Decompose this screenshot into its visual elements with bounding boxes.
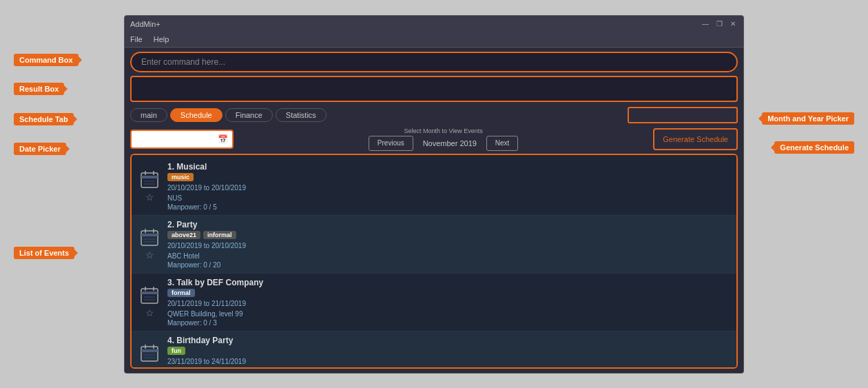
app-title: AddMin+ [130, 20, 161, 28]
annotation-list-of-events: List of Events [14, 247, 74, 259]
generate-schedule-button[interactable]: Generate Schedule [654, 130, 736, 149]
calendar-icon[interactable]: 📅 [218, 134, 228, 144]
tab-main[interactable]: main [130, 108, 167, 122]
event-tags: formal [167, 289, 730, 297]
tab-statistics[interactable]: Statistics [276, 108, 327, 122]
event-manpower: Manpower: 0 / 3 [167, 319, 730, 327]
tab-finance[interactable]: Finance [225, 108, 273, 122]
event-meta: 20/10/2019 to 20/10/2019 NUS [167, 183, 730, 203]
nav-inner: Previous November 2019 Next [369, 136, 518, 151]
event-manpower: Manpower: 0 / 20 [167, 261, 730, 269]
events-list: ☆ 1. Musicalmusic20/10/2019 to 20/10/201… [130, 154, 738, 369]
event-icon-col: ☆ [138, 343, 161, 369]
event-icon-col: ☆ [138, 227, 161, 261]
event-title: 1. Musical [167, 162, 730, 172]
controls-row: 📅 Select Month to View Events Previous N… [130, 128, 738, 150]
calendar-event-icon [140, 227, 159, 247]
app-window: AddMin+ — ❐ ✕ File Help main Schedule [124, 15, 744, 374]
event-item[interactable]: ☆ 4. Birthday Partyfun23/11/2019 to 24/1… [132, 331, 736, 369]
event-manpower: Manpower: 0 / 5 [167, 203, 730, 211]
event-details: 2. Partyabove21informal20/10/2019 to 20/… [167, 220, 730, 269]
event-item[interactable]: ☆ 1. Musicalmusic20/10/2019 to 20/10/201… [132, 158, 736, 216]
command-input[interactable] [132, 53, 736, 71]
svg-rect-7 [141, 234, 158, 236]
event-tags: music [167, 173, 730, 181]
tab-schedule[interactable]: Schedule [170, 108, 223, 122]
event-tag: fun [167, 347, 185, 355]
event-meta: 23/11/2019 to 24/11/2019 George's House [167, 356, 730, 369]
annotation-generate-schedule: Generate Schedule [774, 141, 854, 154]
schedule-panel: 📅 Select Month to View Events Previous N… [130, 128, 738, 369]
svg-rect-1 [141, 176, 158, 178]
event-tag: above21 [167, 231, 200, 239]
event-title: 2. Party [167, 220, 730, 229]
calendar-event-icon [140, 170, 159, 189]
annotation-date-picker: Date Picker [14, 143, 66, 155]
svg-rect-0 [141, 173, 158, 187]
menu-bar: File Help [125, 32, 743, 48]
event-item[interactable]: ☆ 3. Talk by DEF Companyformal20/11/2019… [132, 274, 736, 331]
annotation-month-year-picker: Month and Year Picker [762, 112, 854, 125]
svg-rect-12 [141, 289, 158, 303]
svg-rect-19 [141, 349, 158, 352]
event-details: 3. Talk by DEF Companyformal20/11/2019 t… [167, 278, 730, 327]
nav-label: Select Month to View Events [404, 128, 482, 134]
event-title: 3. Talk by DEF Company [167, 278, 730, 287]
star-icon[interactable]: ☆ [145, 365, 154, 369]
event-item[interactable]: ☆ 2. Partyabove21informal20/10/2019 to 2… [132, 216, 736, 274]
event-title: 4. Birthday Party [167, 336, 730, 345]
generate-schedule-wrapper: Generate Schedule [653, 128, 738, 150]
star-icon[interactable]: ☆ [145, 192, 154, 203]
title-bar-controls: — ❐ ✕ [701, 20, 738, 28]
svg-rect-18 [141, 347, 158, 361]
close-button[interactable]: ✕ [728, 20, 738, 28]
svg-rect-13 [141, 292, 158, 294]
event-tags: above21informal [167, 231, 730, 239]
annotation-schedule-tab: Schedule Tab [14, 113, 74, 125]
svg-rect-6 [141, 231, 158, 245]
event-icon-col: ☆ [138, 285, 161, 318]
app-body: main Schedule Finance Statistics 📅 [125, 48, 743, 373]
prev-button[interactable]: Previous [369, 136, 413, 151]
date-picker[interactable]: 📅 [130, 130, 234, 149]
menu-file[interactable]: File [130, 35, 143, 43]
event-tags: fun [167, 347, 730, 355]
maximize-button[interactable]: ❐ [714, 20, 724, 28]
event-meta: 20/11/2019 to 21/11/2019 QWER Building, … [167, 298, 730, 319]
minimize-button[interactable]: — [701, 20, 710, 28]
event-details: 4. Birthday Partyfun23/11/2019 to 24/11/… [167, 336, 730, 369]
event-meta: 20/10/2019 to 20/10/2019 ABC Hotel [167, 241, 730, 261]
event-tag: formal [167, 289, 195, 297]
title-bar: AddMin+ — ❐ ✕ [125, 16, 743, 32]
result-box [130, 76, 738, 102]
month-year-picker[interactable] [628, 107, 738, 123]
annotation-result-box: Result Box [14, 83, 64, 95]
annotation-command-box: Command Box [14, 54, 79, 66]
current-month: November 2019 [419, 139, 481, 147]
event-icon-col: ☆ [138, 170, 161, 203]
command-box-wrapper [130, 52, 738, 72]
calendar-event-icon [140, 285, 159, 305]
star-icon[interactable]: ☆ [145, 249, 154, 261]
menu-help[interactable]: Help [154, 35, 169, 43]
star-icon[interactable]: ☆ [145, 307, 154, 318]
event-tag: music [167, 173, 194, 181]
calendar-event-icon [140, 343, 159, 363]
event-details: 1. Musicalmusic20/10/2019 to 20/10/2019 … [167, 162, 730, 211]
date-picker-input[interactable] [136, 135, 215, 143]
next-button[interactable]: Next [486, 136, 519, 151]
tabs-bar: main Schedule Finance Statistics [130, 105, 738, 125]
event-tag: informal [203, 231, 236, 239]
